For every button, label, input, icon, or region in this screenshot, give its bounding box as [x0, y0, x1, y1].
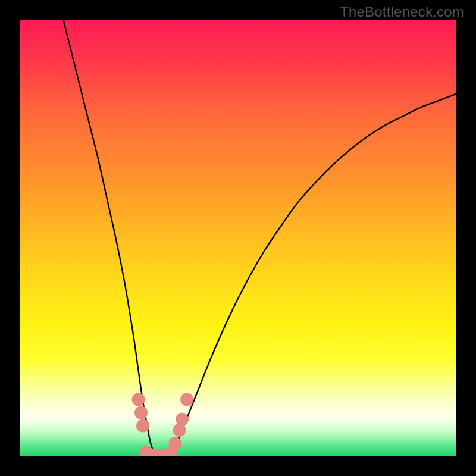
- marker-point: [132, 393, 145, 406]
- watermark-text: TheBottleneck.com: [340, 4, 464, 20]
- marker-point: [180, 393, 193, 406]
- bottleneck-chart: [20, 20, 456, 456]
- marker-point: [176, 413, 189, 426]
- marker-point: [134, 406, 148, 419]
- plot-area: [20, 20, 456, 456]
- gradient-background: [20, 20, 456, 456]
- chart-frame: TheBottleneck.com: [0, 0, 476, 476]
- marker-point: [136, 419, 149, 433]
- marker-point: [173, 424, 186, 437]
- marker-point: [168, 437, 181, 450]
